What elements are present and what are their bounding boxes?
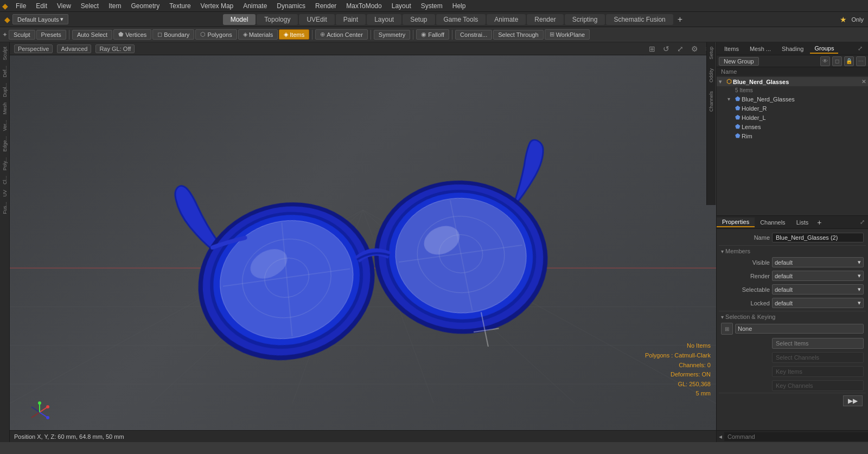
props-expand-icon[interactable]: ⤢ — [857, 219, 868, 226]
vp-raygl-btn[interactable]: Ray GL: Off — [95, 44, 135, 53]
menu-item-geometry[interactable]: Geometry — [127, 1, 164, 11]
vp-expand-icon[interactable]: ⤢ — [675, 44, 685, 53]
vtab-poly[interactable]: Poly... — [1, 155, 9, 172]
menu-item-edit[interactable]: Edit — [31, 1, 52, 11]
presets-button[interactable]: Presets — [36, 30, 66, 40]
rvtab-oddity[interactable]: Oddity — [707, 64, 716, 87]
constraints-button[interactable]: Constrai... — [455, 30, 492, 40]
tab-gametools[interactable]: Game Tools — [436, 14, 486, 25]
menu-item-maxtomodo[interactable]: MaxToModo — [342, 1, 386, 11]
tab-animate[interactable]: Animate — [487, 14, 526, 25]
sculpt-button[interactable]: Sculpt — [9, 30, 35, 40]
panel-icon-lock[interactable]: 🔒 — [844, 56, 854, 66]
tree-item-lenses[interactable]: ⬟ Lenses — [717, 122, 868, 131]
vtab-dupl[interactable]: Dupl... — [1, 81, 9, 99]
menu-item-item[interactable]: Item — [104, 1, 125, 11]
menu-item-texture[interactable]: Texture — [165, 1, 195, 11]
tab-properties[interactable]: Properties — [717, 218, 755, 227]
panel-icon-more[interactable]: ⋯ — [856, 56, 866, 66]
key-channels-button[interactable]: Key Channels — [772, 380, 864, 391]
visible-select[interactable]: default ▾ — [772, 257, 864, 267]
menu-item-vertex map[interactable]: Vertex Map — [196, 1, 238, 11]
menu-item-help[interactable]: Help — [448, 1, 470, 11]
new-group-button[interactable]: New Group — [719, 57, 759, 66]
tab-uvedit[interactable]: UVEdit — [299, 14, 334, 25]
add-tab-icon[interactable]: + — [814, 217, 825, 228]
tree-item-blue-nerd-glasses[interactable]: ▾ ⬟ Blue_Nerd_Glasses — [717, 94, 868, 104]
vp-perspective-btn[interactable]: Perspective — [14, 44, 53, 53]
group-close-icon[interactable]: ✕ — [861, 79, 866, 85]
vp-settings-icon[interactable]: ⚙ — [690, 44, 700, 53]
tab-scripting[interactable]: Scripting — [565, 14, 605, 25]
tab-shading[interactable]: Shading — [777, 44, 808, 53]
materials-button[interactable]: ◈ Materials — [238, 29, 278, 40]
vtab-def[interactable]: Def... — [1, 63, 9, 80]
expand-right-icon[interactable]: ⤢ — [856, 45, 865, 52]
vtab-sculpt[interactable]: Sculpt — [1, 44, 9, 62]
panel-expand-button[interactable]: ▶▶ — [843, 395, 863, 406]
tab-render[interactable]: Render — [527, 14, 563, 25]
group-item-blue-nerd-glasses[interactable]: ▾ ⬡ Blue_Nerd_Glasses ✕ — [717, 77, 868, 86]
cmd-expand-icon[interactable]: ◂ — [717, 433, 724, 440]
tree-item-holder-r[interactable]: ⬟ Holder_R — [717, 104, 868, 113]
vtab-uv[interactable]: UV — [1, 188, 9, 199]
command-input[interactable] — [724, 432, 868, 441]
tab-lists[interactable]: Lists — [791, 218, 814, 227]
symmetry-button[interactable]: Symmetry — [374, 30, 411, 40]
boundary-button[interactable]: ◻ Boundary — [152, 29, 194, 40]
vtab-mesh[interactable]: Mesh — [1, 100, 9, 117]
vtab-cl[interactable]: Cl... — [1, 174, 9, 187]
menu-item-system[interactable]: System — [417, 1, 447, 11]
tab-paint[interactable]: Paint — [336, 14, 366, 25]
menu-item-view[interactable]: View — [53, 1, 75, 11]
vtab-ver[interactable]: Ver... — [1, 118, 9, 133]
keying-grid-icon[interactable]: ⊞ — [721, 323, 733, 335]
select-through-button[interactable]: Select Through — [493, 30, 543, 40]
menu-item-layout[interactable]: Layout — [387, 1, 416, 11]
menu-item-animate[interactable]: Animate — [239, 1, 271, 11]
items-button[interactable]: ◈ Items — [279, 29, 309, 40]
vp-fit-icon[interactable]: ⊞ — [647, 44, 657, 53]
render-select[interactable]: default ▾ — [772, 271, 864, 281]
tab-layout[interactable]: Layout — [367, 14, 401, 25]
panel-icon-render[interactable]: ◻ — [832, 56, 842, 66]
polygons-button[interactable]: ⬡ Polygons — [195, 29, 237, 40]
tab-channels[interactable]: Channels — [755, 218, 790, 227]
vp-refresh-icon[interactable]: ↺ — [661, 44, 671, 53]
select-items-button[interactable]: Select Items — [772, 338, 864, 349]
action-center-button[interactable]: ⊕ Action Center — [315, 29, 368, 40]
viewport-canvas[interactable]: No Items Polygons : Catmull-Clark Channe… — [10, 55, 716, 442]
selectable-select[interactable]: default ▾ — [772, 284, 864, 295]
vp-advanced-btn[interactable]: Advanced — [57, 44, 91, 53]
key-items-button[interactable]: Key Items — [772, 366, 864, 377]
auto-select-button[interactable]: Auto Select — [72, 30, 112, 40]
locked-select[interactable]: default ▾ — [772, 298, 864, 308]
falloff-button[interactable]: ◉ Falloff — [416, 29, 449, 40]
menu-item-dynamics[interactable]: Dynamics — [272, 1, 310, 11]
tab-schematic[interactable]: Schematic Fusion — [606, 14, 673, 25]
tab-topology[interactable]: Topology — [257, 14, 298, 25]
tree-item-holder-l[interactable]: ⬟ Holder_L — [717, 113, 868, 122]
tab-items[interactable]: Items — [720, 44, 743, 53]
add-layout-tab[interactable]: + — [674, 15, 686, 24]
default-layouts-dropdown[interactable]: Default Layouts ▾ — [12, 14, 68, 24]
vtab-edge[interactable]: Edge... — [1, 134, 9, 154]
properties-tabs: Properties Channels Lists + ⤢ — [717, 216, 868, 229]
rvtab-setup[interactable]: Setup — [707, 42, 716, 64]
vtab-fus[interactable]: Fus... — [1, 200, 9, 216]
name-input[interactable] — [772, 233, 864, 242]
workplane-button[interactable]: ⊞ WorkPlane — [545, 29, 590, 40]
panel-icon-eye[interactable]: 👁 — [820, 56, 830, 66]
vertices-button[interactable]: ⬟ Vertices — [113, 29, 151, 40]
menu-item-select[interactable]: Select — [76, 1, 103, 11]
tab-setup[interactable]: Setup — [403, 14, 435, 25]
menu-item-render[interactable]: Render — [311, 1, 341, 11]
select-channels-button[interactable]: Select Channels — [772, 352, 864, 363]
rvtab-channels[interactable]: Channels — [707, 87, 716, 116]
tab-groups[interactable]: Groups — [810, 44, 838, 54]
tab-model[interactable]: Model — [223, 14, 256, 25]
tree-item-rim[interactable]: ⬟ Rim — [717, 131, 868, 140]
tab-mesh[interactable]: Mesh ... — [745, 44, 775, 53]
menu-item-file[interactable]: File — [11, 1, 30, 11]
keying-select[interactable]: None — [735, 324, 864, 334]
